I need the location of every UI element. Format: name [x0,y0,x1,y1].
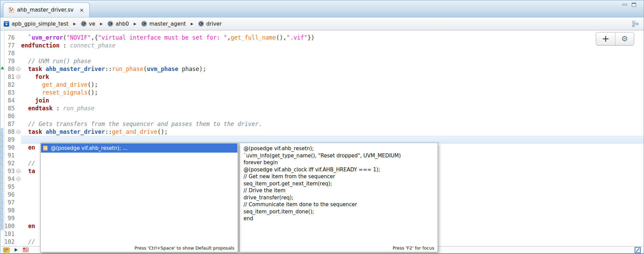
code-line-81[interactable]: 81 fork [0,73,644,81]
sv-file-icon [9,7,14,13]
code-line-82[interactable]: 82 get_and_drive(); [0,81,644,89]
line-number: 83 [0,89,15,97]
proposal-label: @(posedge vif.ahb_resetn); ... [51,145,128,151]
code-line-87[interactable]: 87 // Gets transfers from the sequencer … [0,120,644,128]
minimize-icon[interactable] [623,4,627,5]
line-number: 84 [0,97,15,104]
line-number: 102 [0,238,15,246]
fold-spacer [15,152,21,159]
gear-icon: ⚙ [621,35,628,43]
fold-spacer [15,191,21,199]
code-text: get_and_drive(); [21,81,644,89]
code-text: `uvm_error("NOVIF",{"virtual interface m… [21,34,644,42]
line-number: 81 [0,73,15,81]
line-number: 78 [0,50,15,57]
line-number: 79 [0,57,15,65]
breadcrumb-item-apb_gpio_simple_test[interactable]: apb_gpio_simple_test [4,21,69,27]
maximize-icon[interactable] [632,3,636,7]
fold-spacer [15,230,21,238]
code-line-84[interactable]: 84 join [0,97,644,104]
fold-spacer [15,207,21,214]
breadcrumb-item-driver[interactable]: Cdriver [198,21,222,27]
plus-icon: + [602,34,610,43]
code-line-83[interactable]: 83 reset_signals(); [0,89,644,97]
line-number: 77 [0,42,15,50]
fold-collapse-icon[interactable] [15,73,21,81]
close-icon[interactable]: × [79,7,84,13]
code-text: // UVM run() phase [21,57,644,65]
fold-spacer [15,222,21,230]
breadcrumb-item-ahb0[interactable]: Cahb0 [107,21,129,27]
fold-spacer [15,104,21,112]
hierarchy-icon[interactable] [632,20,639,27]
line-number: 95 [0,183,15,191]
fold-collapse-icon[interactable] [15,65,21,73]
fold-spacer [15,199,21,207]
breadcrumb: apb_gpio_simple_test▶Cve▶Cahb0▶Cmaster_a… [0,17,644,30]
fold-spacer [15,81,21,89]
code-line-88[interactable]: 88 task ahb_master_driver::get_and_drive… [0,128,644,136]
ide-window: ahb_master_driver.sv × apb_gpio_simple_t… [0,0,644,254]
svg-text:C: C [83,22,85,26]
plus-button[interactable]: + [596,32,615,45]
grid-icon[interactable] [23,247,29,253]
line-number: 89 [0,136,15,144]
code-line-79[interactable]: 79 // UVM run() phase [0,57,644,65]
preview-code-line: @(posedge vif.ahb_resetn); [244,145,438,152]
fold-spacer [15,120,21,128]
fold-spacer [15,57,21,65]
preview-code-line: end [244,215,438,222]
preview-code-line: drive_transfer(req); [244,194,438,201]
play-icon[interactable] [15,248,18,252]
line-number: 101 [0,230,15,238]
view-controls [623,3,636,7]
code-text: reset_signals(); [21,89,644,97]
code-text: task ahb_master_driver::get_and_drive(); [21,128,644,136]
editor-tab-bar: ahb_master_driver.sv × [0,0,644,17]
proposal-hint: Press 'Ctrl+Space' to show Default propo… [135,245,234,251]
line-number: 76 [0,34,15,42]
code-line-78[interactable]: 78 [0,50,644,57]
code-line-77[interactable]: 77endfunction : connect_phase [0,42,644,50]
line-number: 90 [0,144,15,152]
code-line-86[interactable]: 86 [0,112,644,120]
line-number: 98 [0,207,15,214]
code-line-76[interactable]: 76 `uvm_error("NOVIF",{"virtual interfac… [0,34,644,42]
code-text [21,112,644,120]
console-icon[interactable] [634,247,641,253]
breadcrumb-label: apb_gpio_simple_test [12,21,69,27]
code-line-85[interactable]: 85 endtask : run_phase [0,104,644,112]
breadcrumb-label: master_agent [149,21,186,27]
edit-mode-icon[interactable] [3,248,10,253]
breadcrumb-item-master_agent[interactable]: Cmaster_agent [141,21,186,27]
completion-popup: @(posedge vif.ahb_resetn); ... Press 'Ct… [40,143,238,252]
preview-code-line: // Get new item from the sequencer [244,173,438,180]
line-number: 91 [0,152,15,159]
code-text: endfunction : connect_phase [21,42,644,50]
preview-code-line: `uvm_info(get_type_name(), "Reset droppe… [244,152,438,159]
gear-button[interactable]: ⚙ [615,32,634,45]
breadcrumb-label: ahb0 [116,21,129,27]
line-number: 88 [0,128,15,136]
breadcrumb-item-ve[interactable]: Cve [81,21,96,27]
preview-code-line: seq_item_port.item_done(); [244,208,438,215]
fold-spacer [15,34,21,42]
breadcrumb-separator-icon: ▶ [73,22,76,26]
fold-collapse-icon[interactable] [15,167,21,175]
line-number: 97 [0,199,15,207]
code-text: fork [21,73,644,81]
line-number: 92 [0,159,15,167]
code-line-80[interactable]: 80 task ahb_master_driver::run_phase(uvm… [0,65,644,73]
fold-spacer [15,159,21,167]
line-number: 85 [0,104,15,112]
fold-collapse-icon[interactable] [15,175,21,183]
breadcrumb-separator-icon: ▶ [134,22,136,26]
line-number: 99 [0,214,15,222]
tab-label: ahb_master_driver.sv [17,7,74,13]
svg-text:C: C [109,22,112,26]
breadcrumb-label: ve [89,21,96,27]
code-text: endtask : run_phase [21,104,644,112]
fold-collapse-icon[interactable] [15,128,21,136]
tab-ahb-master-driver[interactable]: ahb_master_driver.sv × [3,2,90,17]
completion-proposal-selected[interactable]: @(posedge vif.ahb_resetn); ... [41,143,237,153]
